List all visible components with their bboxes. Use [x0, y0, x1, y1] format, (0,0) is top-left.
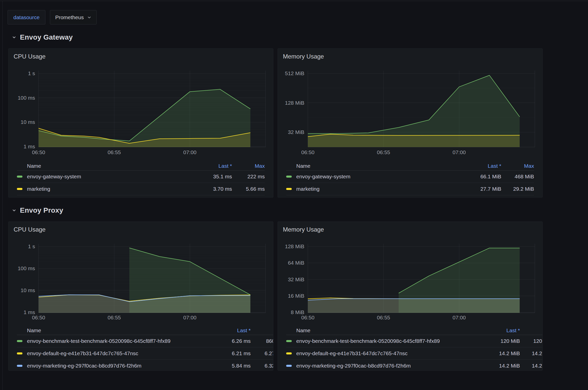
legend-header-spacer [17, 165, 22, 167]
legend-last-value: 6.21 ms [208, 350, 251, 356]
legend-table: NameLast *Maxenvoy-gateway-system66.1 Mi… [286, 162, 534, 195]
panel-title[interactable]: Memory Usage [283, 226, 324, 233]
series-color-pill[interactable] [286, 176, 292, 178]
series-color-pill[interactable] [286, 365, 292, 367]
y-axis-tick-label: 100 ms [18, 265, 35, 271]
legend-row[interactable]: marketing3.70 ms5.66 ms [17, 183, 265, 195]
legend-series-name[interactable]: marketing [296, 186, 458, 192]
x-axis-tick-label: 06:50 [32, 315, 45, 320]
panel-title[interactable]: CPU Usage [14, 53, 46, 60]
legend-last-value: 5.84 ms [208, 363, 251, 369]
x-axis-tick-label: 06:55 [108, 315, 121, 320]
legend-row[interactable]: envoy-benchmark-test-benchmark-0520098c-… [286, 335, 543, 347]
legend-last-value: 35.1 ms [189, 174, 232, 180]
legend-header-last[interactable]: Last * [208, 327, 251, 333]
legend-series-name[interactable]: envoy-marketing-eg-297f0cac-b8cd97d76-f2… [27, 363, 208, 369]
section-header-envoy-proxy[interactable]: Envoy Proxy [12, 206, 588, 215]
time-series-chart[interactable]: 1 s100 ms10 ms1 ms06:5006:5507:00 [9, 64, 273, 160]
legend-max-value: 14.2 MiB [520, 350, 543, 356]
legend-last-value: 14.2 MiB [477, 363, 520, 369]
time-series-chart[interactable]: 1 s100 ms10 ms1 ms06:5006:5507:00 [9, 237, 273, 323]
series-color-pill[interactable] [286, 188, 292, 190]
legend-row[interactable]: envoy-default-eg-e41e7b31-647dc7c765-47n… [17, 347, 273, 360]
legend-header: NameLast *Max [286, 162, 534, 171]
legend-header-max[interactable]: Max [232, 163, 265, 169]
panel-memory-usage: Memory Usage128 MiB64 MiB32 MiB16 MiB8 M… [278, 221, 543, 371]
legend-header-name[interactable]: Name [27, 327, 208, 333]
section-collapse-icon[interactable] [12, 208, 16, 213]
y-axis-tick-label: 10 ms [21, 287, 35, 293]
panel-row: CPU Usage1 s100 ms10 ms1 ms06:5006:5507:… [8, 48, 588, 198]
legend-series-name[interactable]: envoy-benchmark-test-benchmark-0520098c-… [296, 338, 477, 344]
legend-row[interactable]: envoy-gateway-system66.1 MiB468 MiB [286, 171, 534, 183]
y-axis-tick-label: 16 MiB [288, 293, 304, 299]
legend-table: NameLast *Maxenvoy-benchmark-test-benchm… [286, 326, 543, 371]
panel-title[interactable]: Memory Usage [283, 53, 324, 60]
section-title: Envoy Gateway [20, 33, 73, 41]
series-color-pill[interactable] [17, 340, 22, 342]
legend-max-value: 6.32 ms [251, 363, 273, 369]
series-color-pill[interactable] [17, 352, 22, 354]
legend-series-name[interactable]: envoy-marketing-eg-297f0cac-b8cd97d76-f2… [296, 363, 477, 369]
series-fill [308, 299, 520, 313]
x-axis-tick-label: 07:00 [183, 149, 197, 155]
legend-header-max[interactable]: Max [251, 327, 273, 333]
series-color-pill[interactable] [286, 340, 292, 342]
section-collapse-icon[interactable] [12, 35, 16, 40]
y-axis-tick-label: 1 ms [23, 144, 35, 149]
legend-last-value: 27.7 MiB [458, 186, 501, 192]
legend-header: NameLast *Max [17, 162, 265, 171]
time-series-chart[interactable]: 512 MiB128 MiB32 MiB06:5006:5507:00 [278, 64, 543, 160]
x-axis-tick-label: 06:50 [301, 149, 315, 155]
datasource-variable-label[interactable]: datasource [8, 10, 45, 24]
legend-header-max[interactable]: Max [501, 163, 534, 169]
legend-header-last[interactable]: Last * [189, 163, 232, 169]
legend-header-name[interactable]: Name [296, 327, 477, 333]
x-axis-tick-label: 06:55 [108, 149, 121, 155]
window-top-edge [0, 1, 588, 1]
series-color-pill[interactable] [286, 352, 292, 354]
legend-header: NameLast *Max [286, 326, 543, 335]
legend-max-value: 29.2 MiB [501, 186, 534, 192]
series-color-pill[interactable] [17, 365, 22, 367]
dashboard: datasource Prometheus Envoy GatewayCPU U… [0, 10, 588, 371]
panel-memory-usage: Memory Usage512 MiB128 MiB32 MiB06:5006:… [278, 48, 543, 198]
y-axis-tick-label: 32 MiB [288, 129, 304, 135]
legend-series-name[interactable]: envoy-default-eg-e41e7b31-647dc7c765-47n… [296, 350, 477, 356]
panel-title[interactable]: CPU Usage [14, 226, 46, 233]
legend-header-name[interactable]: Name [27, 163, 189, 169]
time-series-chart[interactable]: 128 MiB64 MiB32 MiB16 MiB8 MiB06:5006:55… [278, 237, 543, 323]
y-axis-tick-label: 32 MiB [288, 276, 304, 282]
y-axis-tick-label: 512 MiB [285, 70, 304, 76]
legend-header-last[interactable]: Last * [458, 163, 501, 169]
legend-row[interactable]: envoy-default-eg-e41e7b31-647dc7c765-47n… [286, 347, 543, 360]
y-axis-tick-label: 128 MiB [285, 100, 304, 106]
legend-max-value: 120 MiB [520, 338, 543, 344]
legend-series-name[interactable]: marketing [27, 186, 189, 192]
legend-max-value: 222 ms [232, 174, 265, 180]
legend-row[interactable]: envoy-marketing-eg-297f0cac-b8cd97d76-f2… [17, 360, 273, 371]
legend-row[interactable]: marketing27.7 MiB29.2 MiB [286, 183, 534, 195]
legend-header-last[interactable]: Last * [477, 327, 520, 333]
legend-header-max[interactable]: Max [520, 327, 543, 333]
section-header-envoy-gateway[interactable]: Envoy Gateway [12, 33, 588, 42]
datasource-dropdown[interactable]: Prometheus [50, 10, 97, 24]
legend-row[interactable]: envoy-gateway-system35.1 ms222 ms [17, 171, 265, 183]
legend-series-name[interactable]: envoy-gateway-system [296, 174, 458, 180]
series-color-pill[interactable] [17, 176, 22, 178]
legend-series-name[interactable]: envoy-default-eg-e41e7b31-647dc7c765-47n… [27, 350, 208, 356]
legend-header: NameLast *Max [17, 326, 273, 335]
legend-series-name[interactable]: envoy-gateway-system [27, 174, 189, 180]
panel-row: CPU Usage1 s100 ms10 ms1 ms06:5006:5507:… [8, 221, 588, 371]
chevron-down-icon [87, 15, 91, 19]
legend-row[interactable]: envoy-benchmark-test-benchmark-0520098c-… [17, 335, 273, 347]
variables-toolbar: datasource Prometheus [8, 10, 588, 24]
x-axis-tick-label: 07:00 [183, 315, 197, 320]
legend-table: NameLast *Maxenvoy-benchmark-test-benchm… [17, 326, 273, 371]
legend-row[interactable]: envoy-marketing-eg-297f0cac-b8cd97d76-f2… [286, 360, 543, 371]
panel-cpu-usage: CPU Usage1 s100 ms10 ms1 ms06:5006:5507:… [8, 221, 273, 371]
legend-header-name[interactable]: Name [296, 163, 458, 169]
series-color-pill[interactable] [17, 188, 22, 190]
legend-series-name[interactable]: envoy-benchmark-test-benchmark-0520098c-… [27, 338, 208, 344]
legend-last-value: 6.26 ms [208, 338, 251, 344]
